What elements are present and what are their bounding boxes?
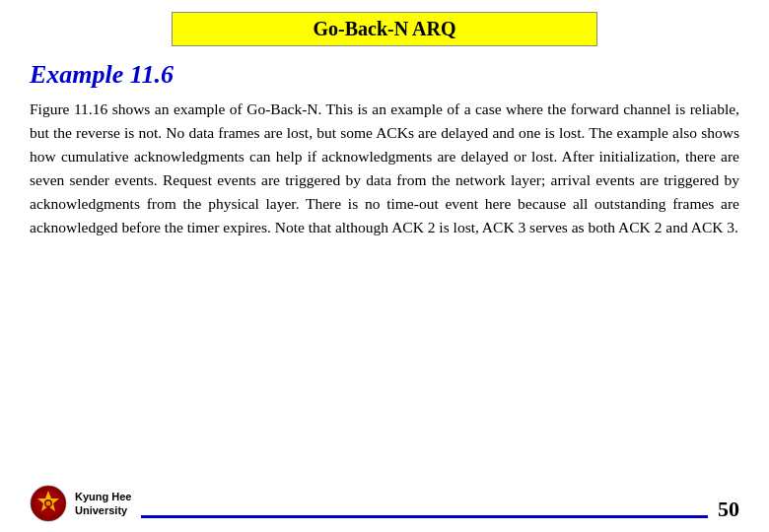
university-logo: Kyung Hee University (30, 485, 131, 522)
footer-line (141, 515, 708, 518)
title-bar: Go-Back-N ARQ (172, 12, 597, 46)
example-heading: Example 11.6 (30, 60, 739, 90)
footer-line-area (141, 515, 708, 522)
university-name: Kyung Hee University (75, 490, 131, 518)
body-text: Figure 11.16 shows an example of Go-Back… (30, 98, 739, 477)
page-number: 50 (718, 497, 739, 522)
svg-point-4 (46, 501, 51, 506)
slide-title: Go-Back-N ARQ (192, 18, 577, 40)
university-emblem-icon (30, 485, 67, 522)
slide-container: Go-Back-N ARQ Example 11.6 Figure 11.16 … (0, 0, 769, 532)
footer: Kyung Hee University 50 (30, 485, 739, 522)
